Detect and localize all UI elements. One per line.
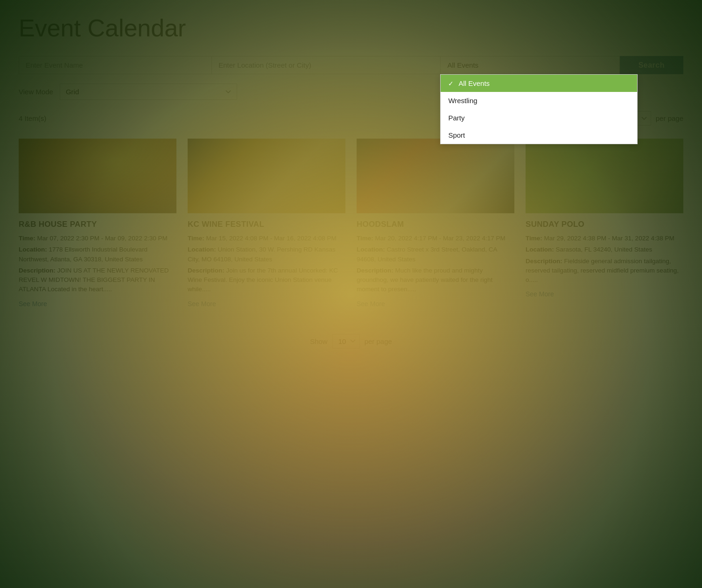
event-card-sunday-polo: SUNDAY POLO Time: Mar 29, 2022 4:38 PM -… xyxy=(526,139,683,308)
events-grid: R&B HOUSE PARTY Time: Mar 07, 2022 2:30 … xyxy=(19,139,683,308)
category-option-party-label: Party xyxy=(448,114,464,122)
category-option-all[interactable]: ✓ All Events xyxy=(441,75,637,92)
category-option-sport-label: Sport xyxy=(448,131,465,139)
category-option-party[interactable]: Party xyxy=(441,109,637,126)
event-image-sunday-polo xyxy=(526,139,683,213)
category-menu: ✓ All Events Wrestling Party Sport xyxy=(440,74,638,144)
checkmark-icon: ✓ xyxy=(448,80,454,87)
category-option-wrestling[interactable]: Wrestling xyxy=(441,92,637,109)
category-option-sport[interactable]: Sport xyxy=(441,126,637,144)
category-option-wrestling-label: Wrestling xyxy=(448,97,477,105)
category-option-all-label: All Events xyxy=(458,79,490,87)
